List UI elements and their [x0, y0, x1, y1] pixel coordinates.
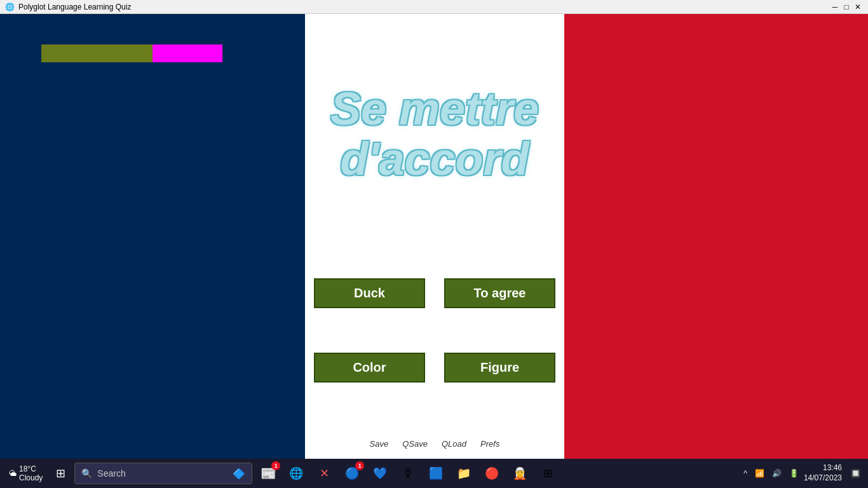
- answer-buttons: Duck To agree Color Figure: [314, 278, 555, 383]
- taskbar-app-files[interactable]: 📁: [451, 460, 477, 487]
- chrome-icon: 🌐: [289, 466, 303, 480]
- search-label: Search: [97, 468, 125, 478]
- answer-figure-button[interactable]: Figure: [444, 353, 555, 383]
- answer-color-button[interactable]: Color: [314, 353, 425, 383]
- search-icon: 🔍: [81, 468, 92, 478]
- systray-network[interactable]: 📶: [752, 468, 767, 479]
- battery-icon: 🔋: [789, 469, 799, 478]
- network-icon: 📶: [755, 469, 764, 478]
- search-bing-icon: 🔷: [233, 468, 245, 480]
- taskbar-app-grid[interactable]: ⊞: [534, 460, 561, 487]
- clock-time: 13:46: [804, 463, 842, 473]
- start-button[interactable]: ⊞: [49, 462, 72, 485]
- taskbar-app-game[interactable]: 🧝: [506, 460, 533, 487]
- game-icon: 🧝: [513, 466, 527, 480]
- notification-icon: 🔲: [851, 469, 860, 478]
- grid-icon: ⊞: [543, 466, 553, 480]
- zoom-icon: 🟦: [429, 466, 443, 480]
- taskbar-app-edge[interactable]: 🔵 1: [339, 460, 365, 487]
- taskbar: 🌥 18°C Cloudy ⊞ 🔍 Search 🔷 📰 1 🌐 ✕ 🔵 1 💙: [0, 459, 868, 488]
- systray-chevron[interactable]: ^: [741, 468, 750, 479]
- taskbar-app-podcast[interactable]: 🎙: [395, 460, 421, 487]
- progress-area: [41, 44, 222, 62]
- titlebar-controls: ─ □ ✕: [830, 2, 863, 12]
- minimize-button[interactable]: ─: [830, 2, 840, 12]
- taskbar-app-vscode[interactable]: 💙: [367, 460, 393, 487]
- qsave-button[interactable]: QSave: [398, 438, 431, 450]
- chevron-up-icon: ^: [743, 469, 747, 478]
- taskbar-apps: 📰 1 🌐 ✕ 🔵 1 💙 🎙 🟦 📁 🔴 🧝: [255, 460, 738, 487]
- answer-to-agree-button[interactable]: To agree: [444, 278, 555, 308]
- chrome2-icon: 🔴: [485, 466, 499, 480]
- titlebar: 🌐 Polyglot Language Learning Quiz ─ □ ✕: [0, 0, 868, 14]
- podcast-icon: 🎙: [402, 467, 414, 480]
- taskbar-clock[interactable]: 13:46 14/07/2023: [804, 463, 846, 483]
- weather-temp: 18°C: [19, 464, 43, 473]
- titlebar-title: Polyglot Language Learning Quiz: [18, 3, 131, 11]
- taskbar-app-widgets[interactable]: 📰 1: [255, 460, 281, 487]
- clock-date: 14/07/2023: [804, 473, 842, 484]
- flag-white: Se mettre d'accord Duck To agree Color F…: [305, 14, 564, 459]
- taskbar-app-zoom[interactable]: 🟦: [423, 460, 449, 487]
- systray-notification[interactable]: 🔲: [848, 468, 863, 479]
- weather-icon: 🌥: [9, 469, 17, 478]
- save-button[interactable]: Save: [366, 438, 393, 450]
- close-button[interactable]: ✕: [853, 2, 863, 12]
- app-icon-2: ✕: [320, 466, 329, 480]
- vscode-icon: 💙: [373, 466, 387, 480]
- systray-battery[interactable]: 🔋: [787, 468, 801, 479]
- titlebar-left: 🌐 Polyglot Language Learning Quiz: [5, 3, 131, 11]
- files-icon: 📁: [457, 466, 471, 480]
- flag-red: [564, 14, 868, 459]
- edge-badge: 1: [355, 461, 364, 470]
- taskbar-systray: ^ 📶 🔊 🔋 13:46 14/07/2023 🔲: [741, 463, 863, 483]
- systray-sound[interactable]: 🔊: [770, 468, 784, 479]
- widgets-badge: 1: [271, 461, 280, 470]
- sound-icon: 🔊: [772, 469, 782, 478]
- maximize-button[interactable]: □: [841, 2, 851, 12]
- taskbar-app-chrome2[interactable]: 🔴: [478, 460, 505, 487]
- qload-button[interactable]: QLoad: [438, 438, 470, 450]
- answer-duck-button[interactable]: Duck: [314, 278, 425, 308]
- taskbar-weather[interactable]: 🌥 18°C Cloudy: [5, 464, 46, 482]
- progress-bar-green: [41, 44, 153, 62]
- progress-bar-magenta: [153, 44, 222, 62]
- taskbar-search[interactable]: 🔍 Search 🔷: [74, 463, 252, 484]
- app-content: Se mettre d'accord Duck To agree Color F…: [0, 14, 868, 459]
- action-buttons: Save QSave QLoad Prefs: [366, 438, 504, 450]
- taskbar-app-something[interactable]: ✕: [311, 460, 337, 487]
- quiz-word: Se mettre d'accord: [305, 84, 564, 184]
- weather-desc: Cloudy: [19, 473, 43, 482]
- taskbar-app-chrome[interactable]: 🌐: [283, 460, 309, 487]
- app-icon: 🌐: [5, 3, 15, 11]
- flag-blue: [0, 14, 305, 459]
- prefs-button[interactable]: Prefs: [477, 438, 503, 450]
